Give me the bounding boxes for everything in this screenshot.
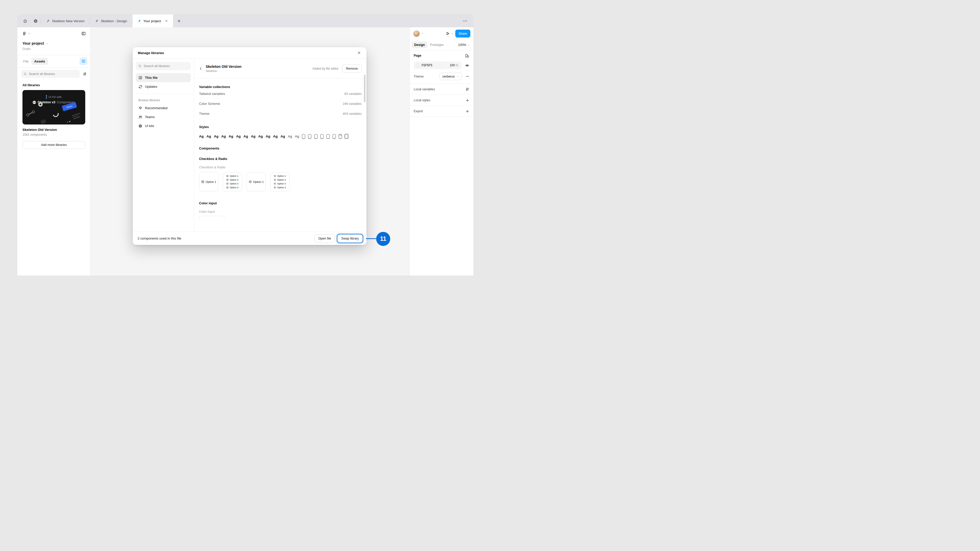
tab-your-project[interactable]: Your project <box>132 14 173 27</box>
text-lines-decoration <box>72 113 82 120</box>
remove-theme-icon[interactable] <box>466 75 469 78</box>
add-more-libraries-button[interactable]: Add more libraries <box>22 141 85 149</box>
toggle-decoration <box>26 110 35 117</box>
dots-decoration <box>67 121 71 123</box>
nav-label: Teams <box>145 115 155 119</box>
components-used-summary: 2 components used in this file <box>138 237 181 240</box>
plus-icon[interactable] <box>466 98 469 102</box>
ellipsis-icon <box>463 19 467 23</box>
collection-count: 60 variables <box>345 92 362 96</box>
remove-button[interactable]: Remove <box>342 65 362 73</box>
project-title-dropdown[interactable]: Your project <box>18 36 90 45</box>
local-variables-section[interactable]: Local variables <box>410 84 473 95</box>
chevron-down-icon[interactable] <box>422 32 424 35</box>
option-label: Option 4 <box>277 186 286 189</box>
dialog-close-button[interactable] <box>356 50 362 56</box>
chevron-down-icon <box>468 44 470 46</box>
library-title: Skeleton Old Version <box>206 65 242 68</box>
tab-file[interactable]: File <box>21 58 32 65</box>
text-style-sample: Ag <box>251 135 256 138</box>
filter-sliders-icon[interactable] <box>83 72 87 76</box>
home-button[interactable] <box>18 14 30 27</box>
checkbox-glyph <box>201 180 204 183</box>
page-color-field[interactable]: F5F5F5 <box>414 62 446 69</box>
libraries-toggle-button[interactable] <box>80 57 87 65</box>
text-style-sample: Ag <box>295 135 299 138</box>
nav-item-ui-kits[interactable]: UI kits <box>136 121 191 130</box>
dialog-search-field[interactable] <box>136 62 191 70</box>
effect-style-swatch <box>326 134 330 138</box>
radio-component-card[interactable]: Option 1 <box>247 172 266 191</box>
theme-dropdown[interactable]: cerberus <box>439 73 462 80</box>
text-style-sample: Ag <box>243 135 248 138</box>
lightbulb-icon <box>138 106 142 110</box>
plus-icon[interactable] <box>466 110 469 113</box>
figma-file-icon-active <box>138 19 141 23</box>
color-input-heading: Color input <box>199 201 362 205</box>
avatar[interactable] <box>413 30 420 37</box>
divider <box>133 94 194 94</box>
nav-item-recommended[interactable]: Recommended <box>136 103 191 113</box>
text-style-sample: Ag <box>258 135 263 138</box>
library-thumbnail: UI Kit with Skeleton v3 Components Butto… <box>22 90 85 124</box>
local-styles-section[interactable]: Local styles <box>410 95 473 106</box>
dialog-scrollbar[interactable] <box>364 75 366 102</box>
tab-assets[interactable]: Assets <box>32 58 48 65</box>
tab-design[interactable]: Design <box>412 41 428 48</box>
checkbox-glyph <box>226 186 228 189</box>
new-tab-button[interactable] <box>173 14 185 27</box>
back-button[interactable] <box>199 67 203 70</box>
component-chip-decoration <box>38 102 43 106</box>
canvas-area[interactable]: Manage libraries <box>91 27 409 275</box>
components-heading: Components <box>199 146 362 150</box>
right-panel: Share Design Prototype 100% Page <box>409 27 473 275</box>
chevron-down-icon <box>28 32 30 35</box>
tab-prototype[interactable]: Prototype <box>428 41 446 48</box>
window-more-button[interactable] <box>457 14 473 27</box>
close-tab-button[interactable] <box>165 19 168 22</box>
theme-label: Theme <box>414 75 424 78</box>
tab-skeleton-new-version[interactable]: Skeleton New Version <box>41 14 89 27</box>
open-file-button[interactable]: Open file <box>314 234 335 243</box>
variables-sliders-icon[interactable] <box>465 87 469 91</box>
text-style-sample: Ag <box>229 135 233 138</box>
library-detail-scroll[interactable]: Variable collections Tailwind variables … <box>194 79 366 232</box>
dialog-search-input[interactable] <box>144 64 188 68</box>
present-play-icon[interactable] <box>445 32 450 36</box>
visibility-eye-icon[interactable] <box>465 63 469 68</box>
text-style-sample: Ag <box>288 135 292 138</box>
chevron-down-icon <box>457 75 459 78</box>
toggle-sidebar-button[interactable] <box>81 32 86 36</box>
library-card-count: 1542 components <box>22 133 85 137</box>
nav-item-teams[interactable]: Teams <box>136 113 191 121</box>
color-swatch[interactable] <box>416 64 420 67</box>
color-input-component-card[interactable] <box>199 216 224 219</box>
search-input[interactable] <box>29 72 77 76</box>
swatch-book-icon[interactable] <box>465 54 469 58</box>
dialog-nav-panel: This file Updates Browse libraries Recom… <box>133 59 194 232</box>
page-opacity-field[interactable]: 100 % <box>447 62 461 69</box>
radio-group-component-card[interactable]: Option 1 Option 2 Option 3 Option 4 <box>270 172 290 191</box>
option-label: Option 4 <box>230 186 239 189</box>
zoom-level: 100% <box>458 43 466 47</box>
export-section[interactable]: Export <box>410 106 473 117</box>
main-menu-button[interactable] <box>22 32 30 35</box>
community-button[interactable] <box>30 14 41 27</box>
library-search-field[interactable] <box>21 70 80 78</box>
zoom-level-dropdown[interactable]: 100% <box>458 43 471 47</box>
nav-item-updates[interactable]: Updates <box>136 82 191 91</box>
option-label: Option 1 <box>206 180 216 183</box>
effect-style-swatch <box>314 134 318 138</box>
share-button[interactable]: Share <box>455 30 470 38</box>
nav-item-this-file[interactable]: This file <box>136 73 191 82</box>
text-style-sample: Ag <box>221 135 226 138</box>
radio-glyph <box>274 183 276 185</box>
tab-skeleton-design[interactable]: Skeleton - Design <box>90 14 132 27</box>
swap-library-button[interactable]: Swap library <box>337 234 363 243</box>
chevron-down-icon[interactable] <box>451 32 453 35</box>
checkbox-component-card[interactable]: Option 1 <box>199 172 218 191</box>
library-card[interactable]: UI Kit with Skeleton v3 Components Butto… <box>22 90 85 137</box>
collection-label: Color Scheme <box>199 102 220 106</box>
checkbox-glyph <box>226 183 228 185</box>
checkbox-group-component-card[interactable]: Option 1 Option 2 Option 3 Option 4 <box>223 172 242 191</box>
